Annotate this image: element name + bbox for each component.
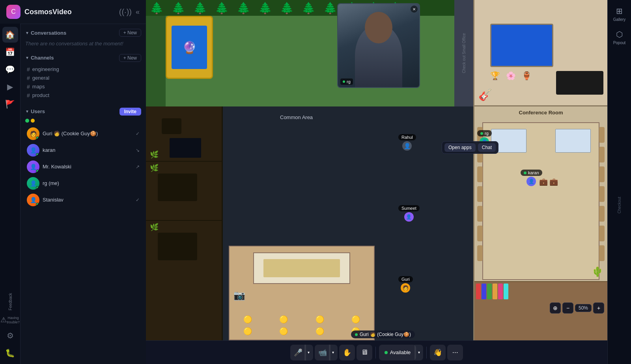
channel-general[interactable]: # general — [25, 74, 141, 82]
zoom-level: 50% — [575, 304, 592, 312]
user-name-kowalski: Mr. Kowalski — [43, 164, 133, 170]
nav-calendar-icon[interactable]: 📅 — [2, 44, 18, 60]
more-btn[interactable]: ··· — [447, 345, 463, 360]
plant-3: 🌿 — [150, 223, 159, 231]
tree-5: 🌲 — [237, 2, 250, 15]
karan-obj-2: 💼 — [549, 177, 558, 186]
tree-6: 🌲 — [258, 2, 272, 15]
wave-btn[interactable]: 👋 — [430, 345, 446, 360]
books-row-1 — [474, 282, 607, 301]
book-4 — [493, 284, 497, 299]
users-chevron[interactable]: ▼ — [25, 109, 29, 114]
mic-dropdown-btn[interactable]: ▾ — [304, 345, 313, 360]
chair-l5 — [477, 206, 483, 222]
bottom-guri-label: Guri 🧑 (Cookie Guy🍪) — [351, 330, 415, 338]
plant-1: 🌿 — [150, 150, 159, 159]
chat-btn[interactable]: Chat — [478, 143, 496, 152]
zoom-in-btn[interactable]: + — [593, 302, 604, 314]
user-rg[interactable]: 👤 rg (me) — [25, 175, 141, 191]
book-2 — [482, 284, 486, 299]
new-channel-btn[interactable]: + New — [119, 54, 141, 62]
screen-share-btn[interactable]: 🖥 — [357, 345, 372, 360]
seat-row-2: 🟡 🟡 🟡 🟡 — [230, 315, 374, 324]
office-room: 🏆 🌸 🏺 🎸 — [473, 0, 607, 106]
camera-btn[interactable]: 📹 — [315, 345, 330, 360]
online-indicators — [25, 119, 141, 123]
nav-video-icon[interactable]: ▶ — [2, 79, 18, 95]
hand-btn[interactable]: ✋ — [339, 345, 355, 360]
equipment-3 — [158, 174, 197, 201]
status-dropdown-btn[interactable]: ▾ — [414, 345, 423, 360]
gallery-icon: ⊞ — [616, 6, 623, 16]
channel-product[interactable]: # product — [25, 91, 141, 100]
avatar-stanislav: 👤 — [27, 194, 39, 206]
seat-5: 🟡 — [243, 315, 252, 324]
tv-monitor — [556, 71, 603, 95]
camera-dropdown-btn[interactable]: ▾ — [329, 345, 338, 360]
status-dot-guri — [36, 136, 39, 140]
channels-chevron[interactable]: ▼ — [25, 56, 29, 60]
chair-r3 — [599, 166, 605, 182]
user-status-kowalski: ↗ — [136, 164, 140, 170]
indoor-area: 🌿 🌿 🌿 Common Area — [146, 106, 607, 340]
user-karan[interactable]: 👤 karan ↘ — [25, 142, 141, 158]
nav-settings-icon[interactable]: ⚙ — [2, 328, 18, 343]
user-guri[interactable]: 🧑 Guri 🧑 (Cookie Guy🍪) ✓ — [25, 126, 141, 142]
toolbar-sep-1 — [375, 347, 376, 358]
channel-engineering[interactable]: # engineering — [25, 65, 141, 74]
nav-chat-icon[interactable]: 💬 — [2, 62, 18, 77]
chair-r4 — [599, 186, 605, 202]
karan-sprite: 👤 — [526, 177, 536, 186]
user-name-stanislav: Stanislav — [43, 197, 133, 203]
channel-maps[interactable]: # maps — [25, 82, 141, 91]
chair-l6 — [477, 226, 483, 241]
checkout-label: Checkout — [617, 197, 622, 213]
karan-map-label: karan — [521, 170, 542, 176]
conversations-chevron[interactable]: ▼ — [25, 31, 29, 35]
nav-flag-icon[interactable]: 🚩 — [2, 96, 18, 112]
common-area-label: Common Area — [280, 114, 313, 120]
seat-7: 🟡 — [316, 315, 324, 324]
collapse-icon[interactable]: « — [136, 8, 140, 16]
zoom-out-btn[interactable]: − — [562, 302, 573, 314]
dark-rooms: 🌿 🌿 🌿 — [146, 106, 223, 340]
wifi-icon[interactable]: ((·)) — [119, 7, 132, 17]
small-office-divider: Check out Small Office — [454, 0, 473, 106]
seat-3: 🟡 — [316, 327, 324, 336]
chair-r2 — [599, 147, 605, 162]
person-head — [365, 12, 392, 43]
chair-r1 — [599, 127, 605, 143]
nav-bug-icon[interactable]: 🐛 — [2, 345, 18, 361]
popout-btn[interactable]: ⬡ Popout — [610, 26, 629, 48]
locate-btn[interactable]: ⊕ — [550, 302, 561, 314]
gallery-btn[interactable]: ⊞ Gallery — [610, 3, 629, 25]
guri-map-label: Guri — [398, 276, 413, 282]
video-close-btn[interactable]: ✕ — [411, 6, 418, 13]
invite-button[interactable]: Invite — [119, 108, 141, 116]
chair-r6 — [599, 226, 605, 241]
new-conversation-btn[interactable]: + New — [119, 29, 141, 37]
seat-8: 🟡 — [351, 315, 360, 324]
nav-feedback-icon[interactable]: Feedback — [2, 291, 18, 313]
guri-bottom-name: Guri 🧑 (Cookie Guy🍪) — [360, 332, 411, 337]
avatar-guri: 🧑 — [27, 127, 39, 140]
open-apps-btn[interactable]: Open apps — [444, 143, 476, 152]
mic-btn[interactable]: 🎤 — [290, 345, 306, 360]
user-stanislav[interactable]: 👤 Stanislav ✓ — [25, 192, 141, 208]
sidebar-nav: 🏠 📅 💬 ▶ 🚩 Feedback ⚠ Having trouble? ⚙ 🐛 — [0, 24, 21, 364]
karan-online-dot — [524, 172, 526, 174]
video-rg-dot — [343, 80, 345, 83]
nav-trouble-icon[interactable]: ⚠ Having trouble? — [2, 314, 18, 326]
app-logo: C — [6, 5, 21, 19]
hash-icon: # — [27, 84, 30, 90]
map-avatar-guri: Guri 🧑 — [398, 276, 413, 293]
user-status-guri: ✓ — [136, 131, 140, 136]
plant-2: 🌿 — [150, 164, 159, 172]
channels-header: ▼ Channels + New — [25, 54, 141, 62]
game-map[interactable]: 🌲 🌲 🌲 🌲 🌲 🌲 🌲 🌲 🌲 🌲 🌲 🌲 🎨 — [146, 0, 607, 340]
user-kowalski[interactable]: 👤 Mr. Kowalski ↗ — [25, 159, 141, 175]
tree-9: 🌲 — [323, 2, 337, 15]
grass-area: 🌲 🌲 🌲 🌲 🌲 🌲 🌲 🌲 🌲 🌲 🌲 🌲 🎨 — [146, 0, 473, 106]
nav-home-icon[interactable]: 🏠 — [2, 27, 18, 43]
status-btn[interactable]: Available — [379, 345, 416, 360]
